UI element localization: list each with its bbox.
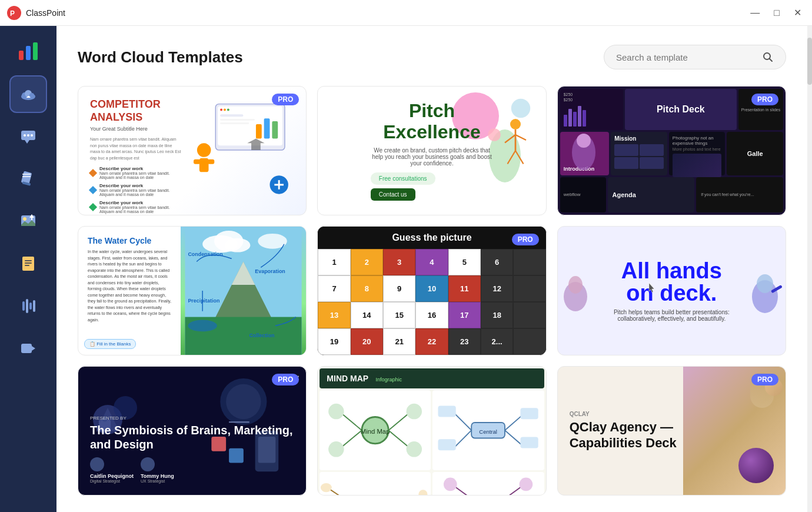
guess-cell-2: 2 [351, 249, 383, 275]
sidebar-item-cloud[interactable]: ☁ [9, 75, 47, 113]
mindmap-subtitle: Infographic [376, 377, 402, 383]
sidebar-item-image-upload[interactable] [9, 202, 47, 240]
template-grid: PRO COMPETITORANALYSIS Your Great Subtit… [78, 86, 786, 496]
svg-line-106 [455, 414, 471, 430]
svg-rect-48 [194, 159, 201, 164]
scrollbar-track[interactable] [807, 26, 812, 512]
svg-point-12 [24, 134, 26, 137]
svg-point-101 [407, 404, 422, 419]
guess-cell-7: 7 [318, 275, 350, 302]
guess-cell-3: 3 [383, 249, 415, 275]
pitchdeck-mission-grid [614, 144, 664, 169]
sidebar-item-pencil[interactable] [9, 160, 47, 198]
water-image-col: Condensation Evaporation Precipitation C… [181, 227, 306, 355]
template-card-pitch-deck[interactable]: PRO $250 $250 [557, 86, 786, 215]
svg-text:Evaporation: Evaporation [255, 268, 285, 274]
pro-badge-pitchdeck: PRO [751, 94, 778, 105]
presenter-2-avatar [141, 457, 155, 471]
svg-line-108 [455, 430, 471, 447]
competitor-item-3: Describe your work Nam ornate pharetra s… [90, 200, 182, 214]
scrollbar-thumb[interactable] [807, 38, 812, 85]
pro-badge-guess: PRO [512, 234, 539, 245]
pitch-contact-button[interactable]: Contact us [371, 188, 415, 201]
mindmap-cell-3 [320, 472, 431, 496]
card-guess-inner: Guess the picture 1 2 3 4 5 6 7 8 9 [318, 227, 545, 355]
pitchdeck-photo-cell: Photography not an expensive things More… [669, 132, 726, 175]
search-bar[interactable] [604, 45, 786, 69]
fill-blanks-button[interactable]: 📋 Fill in the Blanks [84, 339, 136, 349]
search-input[interactable] [616, 52, 757, 62]
svg-line-115 [331, 490, 364, 496]
card-qclay-inner: QCLAY QClay Agency — Capabilities Deck [558, 367, 786, 495]
presenter-1: Caitlin Pequignot Digital Strategist [90, 457, 134, 483]
guess-cell-9: 9 [383, 275, 415, 302]
pitchdeck-photo-label: Photography not an expensive things [673, 135, 722, 146]
svg-rect-27 [22, 301, 25, 311]
cloud-icon: ☁ [19, 85, 38, 104]
content-header: Word Cloud Templates [78, 45, 786, 69]
template-card-all-hands[interactable]: All handson deck. Pitch helps teams buil… [557, 226, 786, 355]
mindmap-header: MIND MAP Infographic [320, 368, 544, 388]
pitchdeck-mini-2 [640, 144, 664, 156]
svg-text:P: P [10, 9, 15, 18]
app-name: ClassPoint [26, 8, 65, 18]
image-upload-icon [19, 212, 38, 231]
symbiosis-title: The Symbiosis of Brains, Marketing, and … [90, 423, 294, 451]
notes-icon [19, 254, 38, 273]
svg-rect-40 [220, 114, 243, 117]
card-allhands-inner: All handson deck. Pitch helps teams buil… [558, 227, 786, 355]
template-card-competitor-analysis[interactable]: PRO COMPETITORANALYSIS Your Great Subtit… [78, 86, 307, 215]
guess-cell-13: 13 [318, 302, 350, 328]
svg-line-98 [342, 430, 362, 447]
pitch-free-consult-button[interactable]: Free consultations [371, 172, 435, 185]
svg-point-13 [27, 134, 29, 137]
pitchdeck-quote-cell: If you can't feel what you're... [696, 177, 783, 212]
pitchdeck-mini-3 [614, 157, 638, 169]
competitor-title: COMPETITORANALYSIS [90, 98, 182, 124]
svg-point-20 [23, 217, 26, 221]
svg-point-116 [321, 483, 332, 492]
water-text-col: The Water Cycle In the water cycle, wate… [78, 227, 181, 355]
svg-rect-44 [264, 118, 270, 138]
template-card-water-cycle[interactable]: The Water Cycle In the water cycle, wate… [78, 226, 307, 355]
allhands-title: All handson deck. [570, 260, 774, 304]
minimize-button[interactable]: — [747, 6, 763, 19]
guess-cell-12: 12 [481, 275, 513, 302]
pitchdeck-gallery-cell: Galle [727, 132, 783, 175]
search-icon [762, 51, 774, 63]
guess-grid: 1 2 3 4 5 6 7 8 9 10 11 12 [318, 249, 545, 355]
chat-icon [19, 127, 38, 146]
sidebar-logo[interactable] [13, 35, 44, 66]
sidebar-item-notes[interactable] [9, 245, 47, 282]
guess-cell-edge-3 [513, 302, 545, 328]
guess-cell-18: 18 [481, 302, 513, 328]
pitchdeck-photo-preview [673, 154, 722, 177]
template-card-mind-map[interactable]: MIND MAP Infographic Mind Map [317, 366, 546, 496]
close-button[interactable]: ✕ [790, 6, 805, 19]
title-bar-controls[interactable]: — □ ✕ [747, 6, 805, 19]
svg-line-96 [342, 414, 362, 430]
qclay-decor [683, 367, 786, 495]
svg-rect-24 [25, 260, 32, 261]
svg-text:☁: ☁ [26, 94, 31, 99]
pitchdeck-top-left: $250 $250 [560, 89, 623, 130]
svg-rect-31 [21, 344, 32, 353]
template-card-qclay[interactable]: PRO QCLAY QClay Agency — Capabilities De… [557, 366, 786, 496]
guess-cell-6: 6 [481, 249, 513, 275]
pitchdeck-main-title: Pitch Deck [657, 104, 705, 115]
pitch-content: PitchExcellence We create on brand, cust… [371, 101, 493, 200]
presenter-1-avatar [90, 457, 104, 471]
competitor-subtitle: Your Great Subtitle Here [90, 126, 182, 132]
competitor-body: Nam ornare pharetra sem vitae bandit. Al… [90, 137, 182, 161]
sidebar-item-audio[interactable] [9, 287, 47, 325]
maximize-button[interactable]: □ [770, 6, 783, 19]
pitchdeck-gallery-label: Galle [747, 150, 763, 157]
sidebar-item-chat[interactable] [9, 118, 47, 155]
svg-point-14 [31, 134, 33, 137]
guess-cell-19: 19 [318, 328, 350, 355]
svg-line-100 [389, 414, 409, 430]
template-card-guess-picture[interactable]: PRO Guess the picture 1 2 3 4 5 6 7 [317, 226, 546, 355]
template-card-symbiosis[interactable]: PRO [78, 366, 307, 496]
template-card-pitch-excellence[interactable]: PitchExcellence We create on brand, cust… [317, 86, 546, 215]
sidebar-item-video[interactable] [9, 330, 47, 367]
